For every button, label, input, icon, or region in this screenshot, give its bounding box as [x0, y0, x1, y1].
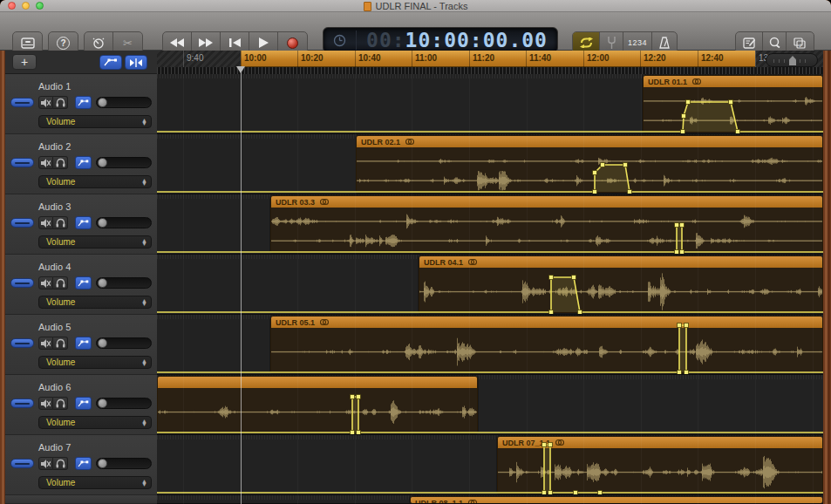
parameter-value-slider[interactable] — [96, 337, 152, 349]
audio-region[interactable]: UDLR 01.1 — [643, 75, 823, 133]
parameter-label: Volume — [39, 117, 140, 126]
track-header[interactable]: Audio 5 Volume ▲▼ — [5, 315, 157, 375]
mute-icon — [41, 99, 51, 107]
slider-knob[interactable] — [98, 278, 107, 288]
track-lane[interactable]: UDLR 08_1.1 — [157, 495, 823, 504]
automation-parameter-select[interactable]: Volume ▲▼ — [38, 296, 152, 309]
zoom-slider-thumb[interactable] — [789, 56, 796, 65]
region-waveform — [498, 448, 822, 494]
automation-icon — [104, 58, 118, 66]
mute-button[interactable] — [38, 397, 53, 410]
track-automation-toggle[interactable] — [75, 397, 92, 410]
track-lane[interactable]: UDLR 07_1.1 — [157, 435, 823, 495]
track-header[interactable]: Audio 6 Volume ▲▼ — [5, 375, 157, 435]
lcd-mode-button[interactable] — [324, 31, 357, 50]
audio-region[interactable]: UDLR 03.3 — [270, 195, 823, 253]
track-automation-toggle[interactable] — [75, 337, 92, 350]
mute-button[interactable] — [38, 96, 53, 109]
playhead[interactable] — [241, 66, 242, 504]
audio-region[interactable]: UDLR 05.1 — [270, 316, 823, 373]
solo-button[interactable] — [53, 337, 68, 350]
mute-button[interactable] — [38, 216, 53, 229]
track-name: Audio 4 — [38, 262, 71, 272]
track-header[interactable]: Audio 2 Volume ▲▼ — [5, 134, 157, 194]
automation-parameter-select[interactable]: Volume ▲▼ — [38, 416, 152, 429]
parameter-value-slider[interactable] — [96, 277, 152, 289]
track-header[interactable]: Audio 4 Volume ▲▼ — [5, 255, 157, 315]
track-lane[interactable] — [157, 375, 823, 435]
slider-knob[interactable] — [98, 398, 107, 408]
track-lane[interactable]: UDLR 02.1 — [157, 134, 823, 194]
automation-parameter-select[interactable]: Volume ▲▼ — [38, 476, 152, 489]
track-lane[interactable]: UDLR 03.3 — [157, 194, 823, 255]
slider-knob[interactable] — [98, 158, 107, 167]
track-lane[interactable]: UDLR 05.1 — [157, 315, 823, 375]
solo-button[interactable] — [53, 216, 68, 229]
track-header[interactable]: Audio 1 Volume ▲▼ — [5, 74, 157, 134]
mute-button[interactable] — [38, 457, 53, 470]
slider-knob[interactable] — [98, 338, 107, 348]
solo-button[interactable] — [53, 156, 68, 169]
region-header[interactable]: UDLR 05.1 — [271, 317, 822, 328]
region-waveform — [419, 268, 822, 313]
stereo-icon — [467, 499, 478, 504]
audio-region[interactable]: UDLR 08_1.1 — [410, 496, 823, 504]
headphones-icon — [56, 278, 65, 288]
region-header[interactable]: UDLR 03.3 — [271, 196, 822, 208]
stereo-icon — [405, 138, 415, 146]
parameter-value-slider[interactable] — [96, 217, 152, 228]
track-automation-toggle[interactable] — [75, 96, 92, 109]
track-header[interactable]: Audio 3 Volume ▲▼ — [5, 194, 157, 255]
ruler-tick — [755, 51, 756, 67]
parameter-value-slider[interactable] — [96, 458, 152, 469]
track-automation-toggle[interactable] — [75, 276, 92, 289]
solo-button[interactable] — [53, 457, 68, 470]
track-header[interactable]: Audio 7 Volume ▲▼ — [5, 435, 157, 495]
automation-parameter-select[interactable]: Volume ▲▼ — [38, 235, 152, 249]
track-header-bar: + — [5, 51, 157, 74]
flex-time-button[interactable] — [125, 55, 147, 70]
audio-region[interactable]: UDLR 04.1 — [419, 255, 823, 313]
slider-knob[interactable] — [98, 218, 107, 228]
audio-region[interactable]: UDLR 07_1.1 — [497, 436, 823, 494]
audio-region[interactable]: UDLR 02.1 — [356, 135, 823, 193]
audio-region[interactable] — [157, 376, 478, 433]
automation-parameter-select[interactable]: Volume ▲▼ — [38, 175, 152, 188]
region-header[interactable]: UDLR 02.1 — [357, 136, 822, 147]
ruler-tick-label: 11:20 — [473, 53, 494, 63]
slider-knob[interactable] — [98, 459, 107, 468]
track-lane[interactable]: UDLR 04.1 — [157, 255, 823, 315]
solo-button[interactable] — [53, 96, 68, 109]
lcd-display[interactable]: 00:10:00:00.00 — [323, 27, 558, 53]
add-track-button[interactable]: + — [12, 54, 37, 70]
mute-button[interactable] — [38, 337, 53, 350]
time-ruler[interactable]: 9:4010:0010:2010:4011:0011:2011:4012:001… — [157, 51, 823, 74]
solo-button[interactable] — [53, 276, 68, 289]
region-name: UDLR 05.1 — [276, 318, 315, 327]
horizontal-zoom-slider[interactable] — [766, 53, 818, 67]
solo-button[interactable] — [53, 397, 68, 410]
automation-parameter-select[interactable]: Volume ▲▼ — [38, 115, 152, 128]
track-automation-toggle[interactable] — [75, 457, 92, 470]
parameter-value-slider[interactable] — [96, 398, 152, 409]
parameter-value-slider[interactable] — [96, 97, 152, 108]
track-automation-toggle[interactable] — [75, 156, 92, 169]
region-header[interactable] — [158, 377, 477, 388]
parameter-value-slider[interactable] — [96, 157, 152, 168]
mute-button[interactable] — [38, 276, 53, 289]
automation-parameter-select[interactable]: Volume ▲▼ — [38, 356, 152, 369]
show-automation-button[interactable] — [99, 55, 122, 70]
region-header[interactable]: UDLR 01.1 — [644, 76, 822, 87]
region-header[interactable]: UDLR 08_1.1 — [411, 497, 822, 504]
region-header[interactable]: UDLR 04.1 — [419, 256, 822, 268]
region-name: UDLR 01.1 — [648, 78, 687, 86]
region-header[interactable]: UDLR 07_1.1 — [498, 437, 822, 448]
track-automation-toggle[interactable] — [75, 216, 92, 229]
playhead-handle[interactable] — [236, 66, 245, 73]
ruler-tick — [241, 51, 242, 67]
track-lane[interactable]: UDLR 01.1 — [157, 74, 823, 134]
slider-knob[interactable] — [98, 98, 107, 107]
mute-button[interactable] — [38, 156, 53, 169]
parameter-label: Volume — [39, 297, 140, 307]
track-header[interactable] — [5, 495, 157, 504]
